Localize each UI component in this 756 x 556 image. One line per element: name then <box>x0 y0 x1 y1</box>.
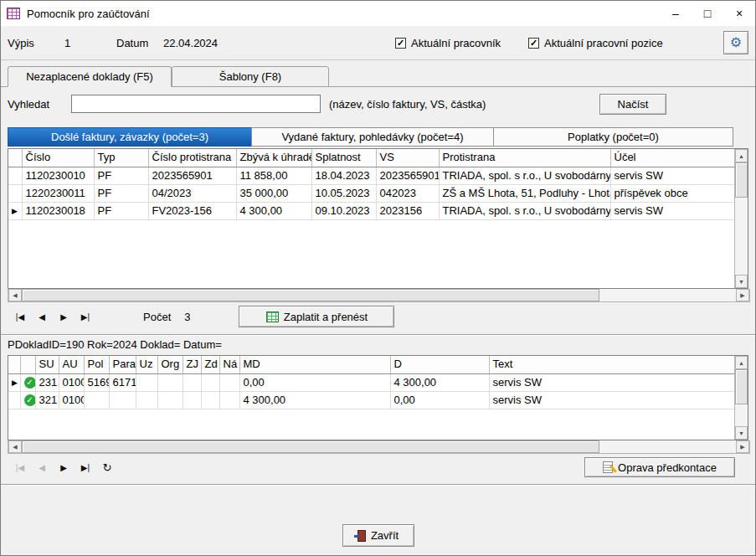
cell-md[interactable]: 0,00 <box>239 373 390 391</box>
cell-zbyva[interactable]: 4 300,00 <box>236 202 311 219</box>
cell-vs[interactable]: 042023 <box>376 184 439 202</box>
nav-last-button[interactable]: ▶| <box>75 307 96 326</box>
scroll-left-button[interactable]: ◀ <box>8 440 22 453</box>
table-row-selected[interactable]: ▶ 1120230018 PF FV2023-156 4 300,00 09.1… <box>8 202 736 219</box>
nav-prev-button[interactable]: ◀ <box>31 458 53 476</box>
cell-splatnost[interactable]: 09.10.2023 <box>311 202 376 219</box>
scroll-up-button[interactable]: ▲ <box>735 149 748 162</box>
cell-na[interactable] <box>219 391 239 409</box>
nav-prev-button[interactable]: ◀ <box>31 307 53 326</box>
scrollbar-track[interactable] <box>599 440 736 453</box>
cell-pol[interactable]: 5169 <box>84 373 109 391</box>
cell-md[interactable]: 4 300,00 <box>239 391 390 409</box>
pay-and-transfer-button[interactable]: Zaplatit a přenést <box>239 306 394 327</box>
cell-pol[interactable] <box>84 391 109 409</box>
cell-org[interactable] <box>157 391 183 409</box>
tab-unpaid-documents[interactable]: Nezaplacené doklady (F5) <box>8 66 172 87</box>
nav-next-button[interactable]: ▶ <box>53 458 75 476</box>
refresh-button[interactable]: ↻ <box>96 458 118 476</box>
table-row[interactable]: ✓ 321 0100 4 300,00 0,00 servis SW <box>8 391 736 409</box>
cell-na[interactable] <box>219 373 239 391</box>
cell-typ[interactable]: PF <box>94 167 148 184</box>
cell-cislo-protistrana[interactable]: 04/2023 <box>148 184 236 202</box>
scrollbar-thumb[interactable] <box>22 289 599 301</box>
scrollbar-track[interactable] <box>599 289 736 301</box>
fix-posting-button[interactable]: Oprava předkontace <box>584 457 735 477</box>
vertical-scrollbar[interactable]: ▲ ▼ <box>734 149 748 288</box>
cell-zbyva[interactable]: 11 858,00 <box>236 167 311 184</box>
nav-next-button[interactable]: ▶ <box>53 307 75 326</box>
cell-cislo[interactable]: 1120230018 <box>22 202 94 219</box>
scroll-right-button[interactable]: ▶ <box>736 440 749 453</box>
tab-issued-invoices[interactable]: Vydané faktury, pohledávky (počet=4) <box>251 127 494 147</box>
nav-first-button[interactable]: |◀ <box>9 307 31 326</box>
cell-vs[interactable]: 2023156 <box>376 202 439 219</box>
cell-uz[interactable] <box>136 373 157 391</box>
cell-ucel[interactable]: servis SW <box>610 202 736 219</box>
cell-protistrana[interactable]: TRIADA, spol. s r.o., U svobodárny <box>439 202 610 219</box>
nav-last-icon: ▶| <box>81 463 90 472</box>
minimize-button[interactable]: – <box>660 1 692 26</box>
cell-zd[interactable] <box>201 391 219 409</box>
current-position-checkbox[interactable]: ✓ Aktuální pracovní pozice <box>528 37 663 49</box>
scroll-down-button[interactable]: ▼ <box>735 426 748 440</box>
cell-typ[interactable]: PF <box>94 202 148 219</box>
cell-zbyva[interactable]: 35 000,00 <box>236 184 311 202</box>
cell-text[interactable]: servis SW <box>489 373 736 391</box>
cell-zj[interactable] <box>183 373 201 391</box>
cell-zd[interactable] <box>201 373 219 391</box>
cell-protistrana[interactable]: TRIADA, spol. s r.o., U svobodárny <box>439 167 610 184</box>
cell-org[interactable] <box>157 373 183 391</box>
cell-cislo-protistrana[interactable]: FV2023-156 <box>148 202 236 219</box>
cell-cislo-protistrana[interactable]: 2023565901 <box>148 167 236 184</box>
cell-zj[interactable] <box>183 391 201 409</box>
cell-cislo[interactable]: 1120230010 <box>22 167 94 184</box>
cell-au[interactable]: 0100 <box>59 373 84 391</box>
close-window-button[interactable]: × <box>723 1 755 26</box>
cell-cislo[interactable]: 1220230011 <box>22 184 94 202</box>
vertical-scrollbar[interactable]: ▲ ▼ <box>734 356 748 440</box>
settings-button[interactable]: ⚙ <box>723 31 748 54</box>
load-button[interactable]: Načíst <box>599 94 666 115</box>
scrollbar-thumb[interactable] <box>22 440 599 453</box>
horizontal-scrollbar[interactable]: ◀ ▶ <box>8 440 750 454</box>
table-row[interactable]: 1220230011 PF 04/2023 35 000,00 10.05.20… <box>8 184 736 202</box>
cell-su[interactable]: 321 <box>35 391 59 409</box>
cell-ucel[interactable]: servis SW <box>610 167 736 184</box>
nav-first-button[interactable]: |◀ <box>9 458 31 476</box>
scroll-up-button[interactable]: ▲ <box>735 356 748 369</box>
cell-ucel[interactable]: příspěvek obce <box>610 184 736 202</box>
scroll-down-button[interactable]: ▼ <box>735 275 748 288</box>
tab-fees[interactable]: Poplatky (počet=0) <box>493 127 733 147</box>
cell-typ[interactable]: PF <box>94 184 148 202</box>
cell-au[interactable]: 0100 <box>59 391 84 409</box>
table-row-selected[interactable]: ▶ ✓ 231 0100 5169 6171 0,00 4 300,00 ser… <box>8 373 736 391</box>
scrollbar-thumb[interactable] <box>735 162 748 198</box>
cell-para[interactable] <box>109 391 136 409</box>
nav-last-button[interactable]: ▶| <box>75 458 96 476</box>
scrollbar-track[interactable] <box>735 404 748 426</box>
cell-splatnost[interactable]: 18.04.2023 <box>311 167 376 184</box>
cell-uz[interactable] <box>136 391 157 409</box>
scroll-right-button[interactable]: ▶ <box>736 289 749 301</box>
cell-splatnost[interactable]: 10.05.2023 <box>311 184 376 202</box>
scroll-left-button[interactable]: ◀ <box>8 289 22 301</box>
cell-para[interactable]: 6171 <box>109 373 136 391</box>
horizontal-scrollbar[interactable]: ◀ ▶ <box>8 289 750 302</box>
scrollbar-thumb[interactable] <box>735 369 748 404</box>
tab-received-invoices[interactable]: Došlé faktury, závazky (počet=3) <box>8 127 252 147</box>
current-worker-checkbox[interactable]: ✓ Aktuální pracovník <box>395 37 501 49</box>
search-input[interactable] <box>71 95 321 113</box>
status-cell: ✓ <box>20 373 35 391</box>
cell-d[interactable]: 0,00 <box>390 391 489 409</box>
cell-vs[interactable]: 2023565901 <box>376 167 439 184</box>
table-row[interactable]: 1120230010 PF 2023565901 11 858,00 18.04… <box>8 167 736 184</box>
tab-templates[interactable]: Šablony (F8) <box>172 66 329 87</box>
maximize-button[interactable]: □ <box>692 1 723 26</box>
cell-text[interactable]: servis SW <box>489 391 736 409</box>
scrollbar-track[interactable] <box>735 198 748 275</box>
cell-su[interactable]: 231 <box>35 373 59 391</box>
cell-d[interactable]: 4 300,00 <box>390 373 489 391</box>
cell-protistrana[interactable]: ZŠ a MŠ Lhota, 51, Podluhy - Lhota <box>439 184 610 202</box>
close-button[interactable]: Zavřít <box>342 524 414 547</box>
